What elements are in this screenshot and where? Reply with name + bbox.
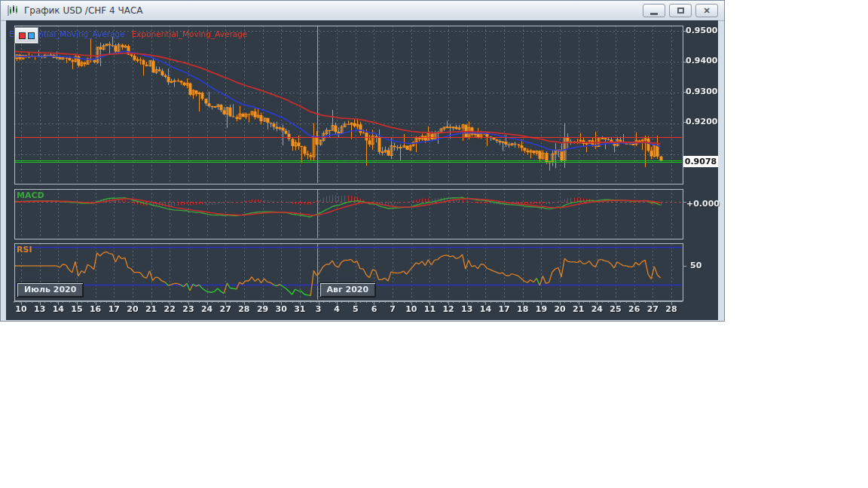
- time-axis-label: 12: [442, 304, 454, 314]
- time-axis-label: 26: [628, 304, 640, 314]
- time-axis-label: 3: [316, 304, 322, 314]
- time-axis-label: 29: [257, 304, 268, 314]
- time-axis-label: 31: [294, 304, 305, 314]
- minimize-icon: [650, 13, 658, 15]
- window-controls: ✕: [643, 4, 718, 17]
- price-axis-label: 0.9200: [686, 117, 717, 127]
- close-button[interactable]: ✕: [695, 4, 718, 17]
- close-icon: ✕: [703, 7, 710, 15]
- time-axis-label: 6: [371, 304, 377, 314]
- time-axis-label: 15: [71, 304, 82, 314]
- chart-client-area: Exponential_Moving_Average Exponential_M…: [6, 20, 718, 320]
- desktop: График USD /CHF 4 ЧАСА ✕ Exponential_Mov…: [0, 0, 868, 488]
- time-axis-label: 18: [517, 304, 528, 314]
- time-axis-label: 24: [591, 304, 603, 314]
- time-axis-label: 27: [647, 304, 659, 314]
- price-axis-label: 0.9400: [686, 56, 717, 66]
- time-axis-label: 27: [220, 304, 231, 314]
- minimize-button[interactable]: [643, 4, 665, 17]
- chart-canvas[interactable]: [6, 20, 718, 320]
- time-axis-label: 5: [353, 304, 359, 314]
- time-axis-label: 17: [498, 304, 509, 314]
- time-axis-label: 10: [15, 304, 26, 314]
- time-axis-label: 24: [201, 304, 212, 314]
- time-axis-label: 23: [182, 304, 194, 314]
- time-axis-label: 25: [610, 304, 621, 314]
- rsi-mid-value: 50: [690, 261, 701, 270]
- ema-fast-swatch[interactable]: [28, 32, 35, 39]
- legend-ema-slow-label: Exponential_Moving_Average: [132, 29, 248, 38]
- restore-icon: [677, 8, 684, 14]
- restore-button[interactable]: [669, 4, 692, 17]
- time-axis-label: 4: [334, 304, 340, 314]
- legend-swatch-box[interactable]: [15, 28, 38, 43]
- rsi-panel-label: RSI: [17, 245, 32, 255]
- time-axis-label: 7: [390, 304, 396, 314]
- price-axis-label: 0.9300: [686, 87, 717, 96]
- time-axis-label: 16: [90, 304, 101, 314]
- macd-panel-label: MACD: [17, 191, 44, 200]
- macd-zero-value: +0.000: [686, 199, 720, 209]
- time-axis-label: 19: [536, 304, 547, 314]
- time-axis-label: 13: [34, 304, 45, 314]
- time-axis-label: 21: [573, 304, 584, 314]
- window-title: График USD /CHF 4 ЧАСА: [24, 5, 143, 16]
- chart-window: График USD /CHF 4 ЧАСА ✕ Exponential_Mov…: [0, 0, 725, 322]
- time-axis-label: 22: [164, 304, 176, 314]
- time-axis-label: 28: [665, 304, 677, 314]
- title-bar[interactable]: График USD /CHF 4 ЧАСА ✕: [1, 1, 724, 21]
- current-price-tag: 0.9078: [683, 156, 718, 167]
- time-axis-label: 30: [276, 304, 287, 314]
- time-axis-label: 17: [108, 304, 120, 314]
- chart-icon: [7, 5, 19, 17]
- indicator-legend: Exponential_Moving_Average Exponential_M…: [9, 29, 247, 38]
- time-axis-label: 14: [53, 304, 64, 314]
- price-axis-label: 0.9500: [686, 26, 717, 35]
- month-tag: Авг 2020: [320, 283, 376, 297]
- time-axis-label: 10: [405, 304, 417, 314]
- month-tag: Июль 2020: [17, 283, 83, 297]
- time-axis-label: 20: [554, 304, 565, 314]
- time-axis-label: 11: [424, 304, 436, 314]
- time-axis-label: 20: [127, 304, 138, 314]
- time-axis-label: 21: [145, 304, 157, 314]
- ema-slow-swatch[interactable]: [19, 32, 26, 39]
- time-axis-label: 28: [238, 304, 249, 314]
- time-axis-label: 13: [461, 304, 472, 314]
- time-axis-label: 14: [480, 304, 491, 314]
